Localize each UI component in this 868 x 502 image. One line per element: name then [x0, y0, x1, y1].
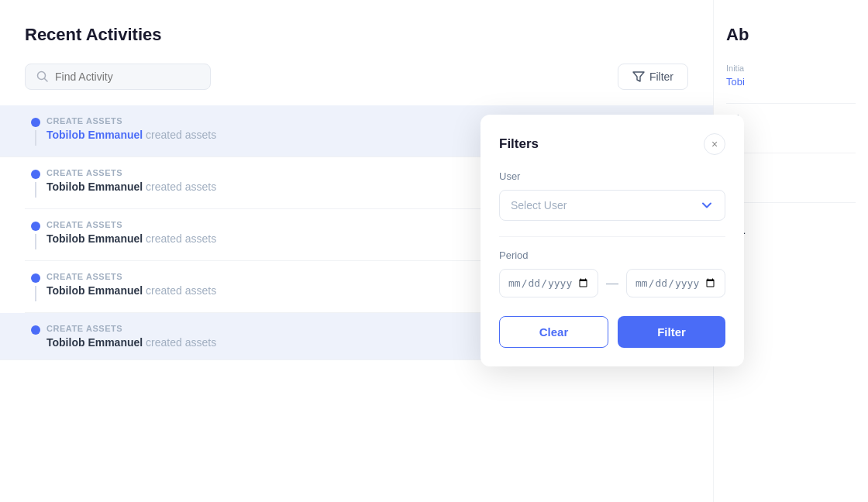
action-text: created assets — [146, 336, 216, 349]
filter-close-button[interactable]: × — [704, 133, 725, 155]
toolbar: Filter — [25, 64, 688, 90]
action-text: created assets — [146, 129, 216, 141]
action-text: created assets — [146, 181, 216, 193]
sidebar-divider — [726, 103, 856, 104]
clear-button[interactable]: Clear — [499, 316, 608, 348]
select-user-dropdown[interactable]: Select User — [499, 190, 725, 221]
timeline-dot — [31, 118, 40, 127]
sidebar-initiator-label: Initia — [726, 64, 856, 73]
username: Tobilob Emmanuel — [46, 336, 143, 349]
user-filter-label: User — [499, 170, 725, 182]
right-panel-title: Ab — [726, 25, 856, 45]
sidebar-initiator-value: Tobi — [726, 76, 856, 88]
sidebar-role: Rol Adr — [726, 113, 856, 137]
chevron-down-icon — [700, 198, 714, 212]
search-box[interactable] — [25, 64, 211, 90]
search-input[interactable] — [55, 70, 199, 83]
timeline-line — [35, 286, 36, 301]
sidebar-ip-label: IP A — [726, 212, 856, 222]
period-dash: — — [606, 277, 618, 291]
period-filter-section: Period — — [499, 249, 725, 297]
sidebar-divider — [726, 153, 856, 153]
timeline-dot-col — [25, 220, 46, 249]
timeline-dot — [31, 325, 40, 335]
sidebar-divider — [726, 202, 856, 203]
sidebar-role-value: Adr — [726, 126, 856, 137]
filter-button[interactable]: Filter — [618, 64, 688, 90]
timeline-dot — [31, 222, 40, 231]
filter-actions: Clear Filter — [499, 316, 725, 348]
timeline-dot-col — [25, 116, 46, 146]
username: Tobilob Emmanuel — [46, 232, 143, 245]
sidebar-initiator: Initia Tobi — [726, 64, 856, 88]
timeline-dot-col — [25, 272, 46, 301]
timeline-dot-col — [25, 168, 46, 198]
filter-panel: Filters × User Select User Period — — [480, 115, 744, 366]
timeline-dot-col — [25, 324, 46, 335]
filter-icon — [632, 70, 645, 83]
username: Tobilob Emmanuel — [46, 284, 143, 297]
apply-filter-button[interactable]: Filter — [618, 316, 725, 348]
user-filter-section: User Select User — [499, 170, 725, 221]
svg-marker-2 — [633, 72, 644, 81]
action-text: created assets — [146, 232, 216, 245]
search-icon — [36, 70, 49, 83]
date-from-input[interactable] — [499, 269, 598, 297]
sidebar-ip: IP A 102. — [726, 212, 856, 236]
period-row: — — [499, 269, 725, 297]
timeline-dot — [31, 273, 40, 283]
timeline-dot — [31, 170, 40, 179]
timeline-line — [35, 182, 36, 198]
period-filter-label: Period — [499, 249, 725, 261]
page-title: Recent Activities — [25, 25, 688, 45]
date-to-input[interactable] — [626, 269, 725, 297]
username: Tobilob Emmanuel — [46, 181, 143, 193]
sidebar-ip-value: 102. — [726, 225, 856, 236]
select-user-placeholder: Select User — [511, 199, 567, 211]
sidebar-action-value: Cre — [726, 175, 856, 187]
action-text: created assets — [146, 284, 216, 297]
svg-line-1 — [45, 79, 48, 82]
sidebar-action-label: Act — [726, 163, 856, 172]
sidebar-action: Act Cre — [726, 163, 856, 187]
timeline-line — [35, 130, 36, 146]
username: Tobilob Emmanuel — [46, 129, 143, 141]
timeline-line — [35, 234, 36, 249]
filter-title: Filters — [499, 136, 539, 152]
period-divider — [499, 236, 725, 237]
sidebar-role-label: Rol — [726, 113, 856, 122]
filter-header: Filters × — [499, 133, 725, 155]
